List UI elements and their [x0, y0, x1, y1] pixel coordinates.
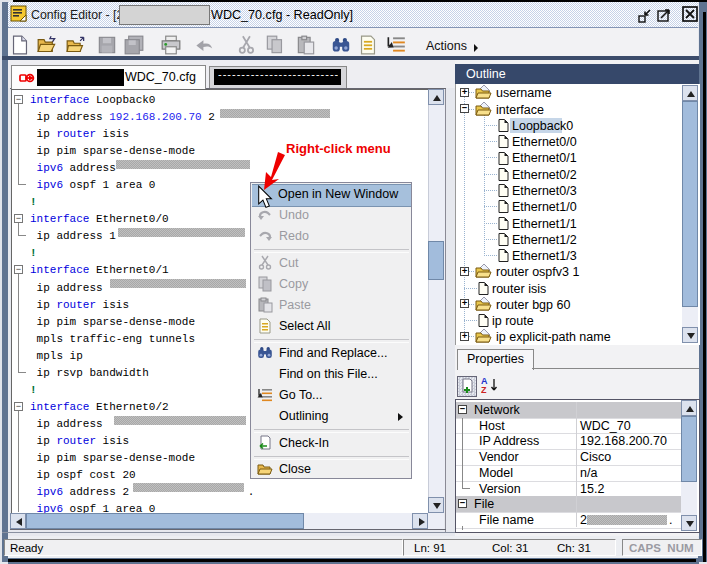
svg-text:Z: Z	[481, 385, 487, 395]
